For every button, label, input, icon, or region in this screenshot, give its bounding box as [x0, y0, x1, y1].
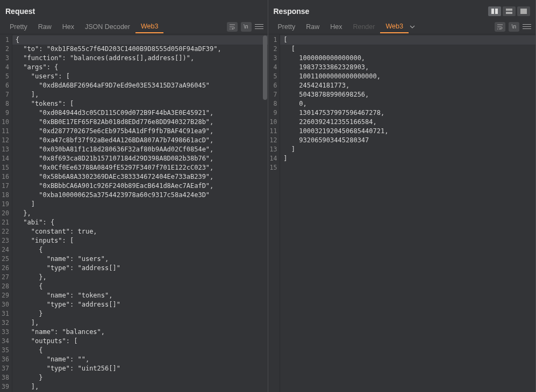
line-number: 12 [2, 136, 9, 145]
line-number: 25 [2, 255, 9, 264]
response-header: Response [268, 0, 536, 19]
line-number: 24 [2, 245, 9, 255]
tab-hex-resp[interactable]: Hex [325, 21, 347, 33]
code-line: 932065903445280347 [283, 136, 532, 145]
request-code[interactable]: { "to": "0xb1F8e55c7f64D203C1400B9D8555d… [12, 34, 268, 392]
menu-icon-resp[interactable] [523, 23, 531, 31]
layout-vertical-icon [491, 8, 498, 14]
code-line: "name": "tokens", [16, 291, 265, 300]
code-line: { [12, 35, 268, 45]
request-title: Request [5, 7, 35, 16]
line-number: 37 [2, 364, 9, 373]
newline-button-resp[interactable]: \n [509, 22, 519, 32]
code-line: [ [283, 45, 532, 54]
line-number: 14 [270, 154, 277, 163]
line-number: 3 [2, 54, 9, 63]
line-number: 19 [2, 200, 9, 209]
line-number: 26 [2, 264, 9, 273]
code-line: { [16, 282, 265, 291]
code-line: "name": "balances", [16, 328, 265, 337]
layout-single-icon [520, 8, 527, 14]
tab-raw[interactable]: Raw [33, 21, 57, 33]
line-number: 27 [2, 273, 9, 282]
line-number: 5 [2, 72, 9, 81]
line-number: 38 [2, 373, 9, 382]
response-code[interactable]: [ [ 1000000000000000, 19837333862328903,… [280, 34, 535, 392]
line-number: 3 [270, 54, 277, 63]
code-line: "0xba100000625a3754423978a60c9317c58a424… [16, 191, 265, 200]
menu-icon[interactable] [255, 23, 263, 31]
code-line: 50438788990698256, [283, 90, 532, 99]
layout-buttons [488, 6, 530, 16]
code-line: 130147537997596467278, [283, 108, 532, 118]
svg-rect-3 [506, 12, 512, 14]
request-scrollbar[interactable] [263, 35, 267, 100]
line-number: 2 [270, 45, 277, 54]
svg-rect-2 [506, 9, 512, 11]
tab-web3[interactable]: Web3 [135, 20, 163, 33]
tab-pretty-resp[interactable]: Pretty [273, 21, 301, 33]
line-number: 6 [2, 81, 9, 90]
code-line: "to": "0xb1F8e55c7f64D203C1400B9D8555d05… [16, 45, 265, 54]
wrap-button[interactable] [227, 22, 238, 32]
line-number: 2 [2, 45, 9, 54]
tab-web3-resp[interactable]: Web3 [380, 20, 408, 33]
chevron-down-icon[interactable] [410, 23, 417, 31]
code-line: "0x0Cf0Ee63788A0849fE5297F3407f701E122cC… [16, 163, 265, 172]
tab-raw-resp[interactable]: Raw [301, 21, 325, 33]
layout-vertical-button[interactable] [488, 6, 501, 16]
line-number: 28 [2, 282, 9, 291]
line-number: 10 [2, 118, 9, 127]
tab-hex[interactable]: Hex [57, 21, 80, 33]
line-number: 36 [2, 355, 9, 364]
code-line: "users": [ [16, 72, 265, 81]
line-number: 23 [2, 236, 9, 245]
line-number: 21 [2, 218, 9, 227]
line-number: 18 [2, 191, 9, 200]
line-number: 8 [2, 99, 9, 108]
code-line: 1000000000000000, [283, 54, 532, 63]
line-number: 7 [2, 90, 9, 99]
tab-render-resp[interactable]: Render [347, 21, 380, 33]
line-number: 4 [2, 63, 9, 72]
code-line: "0xBBbbCA6A901c926F240b89EacB641d8Aec7AE… [16, 182, 265, 191]
code-line: ] [283, 154, 532, 163]
line-number: 16 [2, 172, 9, 182]
code-line: }, [16, 209, 265, 218]
wrap-button-resp[interactable] [495, 22, 505, 32]
code-line: "0xd2877702675e6cEb975b4A1dFf9fb7BAF4C91… [16, 127, 265, 136]
code-line: ], [16, 318, 265, 328]
line-number: 11 [270, 127, 277, 136]
response-panel: Response Pretty Raw Hex Render Web3 \n [268, 0, 537, 392]
code-line: "type": "uint256[]" [16, 364, 265, 373]
code-line: 10003219204506​85440721, [283, 127, 532, 136]
tab-json-decoder[interactable]: JSON Decoder [80, 21, 135, 33]
svg-rect-0 [491, 9, 494, 14]
code-line: "0xBB0E17EF65F82Ab018d8EDd776e8DD940327B… [16, 118, 265, 127]
code-line: [ [280, 35, 535, 45]
code-line: 0, [283, 99, 532, 108]
code-line: ], [16, 382, 265, 391]
layout-single-button[interactable] [517, 6, 530, 16]
code-line: "0x030bA81f1c18d280636F32af80b9AAd02Cf08… [16, 145, 265, 154]
line-number: 39 [2, 382, 9, 391]
layout-horizontal-button[interactable] [503, 6, 516, 16]
request-panel: Request Pretty Raw Hex JSON Decoder Web3… [0, 0, 268, 392]
line-number: 7 [270, 90, 277, 99]
code-line: "outputs": [ [16, 337, 265, 346]
wrap-icon [229, 24, 235, 30]
line-number: 4 [270, 63, 277, 72]
line-number: 9 [270, 108, 277, 118]
code-line: "0x8f693ca8D21b157107184d29D398A8D082b38… [16, 154, 265, 163]
code-line: "0xa47c8bf37f92aBed4A126BDA807A7b7498661… [16, 136, 265, 145]
line-number: 9 [2, 108, 9, 118]
request-tabs: Pretty Raw Hex JSON Decoder Web3 \n [0, 19, 268, 34]
tab-pretty[interactable]: Pretty [4, 21, 33, 33]
newline-button[interactable]: \n [241, 22, 252, 32]
request-code-area: 1234567891011121314151617181920212223242… [0, 34, 268, 392]
code-line: "inputs": [ [16, 236, 265, 245]
request-header: Request [0, 0, 268, 19]
code-line: "args": { [16, 63, 265, 72]
code-line: "constant": true, [16, 227, 265, 236]
line-number: 5 [270, 72, 277, 81]
